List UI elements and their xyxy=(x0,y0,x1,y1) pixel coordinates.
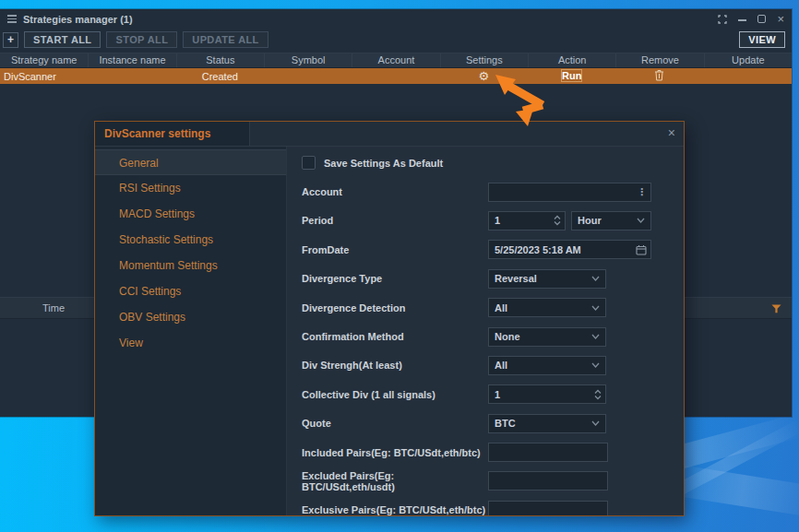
account-label: Account xyxy=(302,186,488,197)
start-all-button[interactable]: START ALL xyxy=(24,31,101,48)
column-header[interactable]: Symbol xyxy=(264,53,352,67)
nav-item-view[interactable]: View xyxy=(95,330,286,356)
strategies-table-header: Strategy name Instance name Status Symbo… xyxy=(0,53,792,68)
column-header[interactable]: Update xyxy=(704,53,792,67)
form-row-exclusive-pairs: Exclusive Pairs(Eg: BTC/USdt,eth/btc) xyxy=(287,496,684,516)
collective-div-input[interactable] xyxy=(488,384,606,404)
chevron-down-icon xyxy=(637,218,645,223)
nav-item-general[interactable]: General xyxy=(95,149,286,175)
nav-item-rsi-settings[interactable]: RSI Settings xyxy=(95,175,286,201)
settings-nav: General RSI Settings MACD Settings Stoch… xyxy=(95,147,287,515)
fromdate-input[interactable] xyxy=(488,240,651,259)
account-browse-icon[interactable]: ⋮ xyxy=(637,187,647,197)
period-stepper-icon[interactable] xyxy=(554,215,561,227)
column-header[interactable]: Account xyxy=(352,53,439,67)
column-header[interactable]: Settings xyxy=(440,53,528,67)
dialog-header[interactable]: DivScanner settings × xyxy=(95,122,684,147)
column-header[interactable]: Status xyxy=(176,53,264,67)
save-default-label: Save Settings As Default xyxy=(324,158,443,169)
collective-div-label: Collective Div (1 all signals) xyxy=(302,389,488,400)
titlebar[interactable]: Strategies manager (1) × xyxy=(0,9,792,29)
fullscreen-icon[interactable] xyxy=(718,15,727,24)
remove-cell xyxy=(615,69,703,83)
included-pairs-label: Included Pairs(Eg: BTC/USdt,eth/btc) xyxy=(302,447,488,458)
divergence-detection-label: Divergence Detection xyxy=(302,302,488,313)
chevron-down-icon xyxy=(591,420,600,426)
time-column-header[interactable]: Time xyxy=(0,302,107,313)
trash-icon[interactable] xyxy=(654,69,664,81)
stop-all-button[interactable]: STOP ALL xyxy=(106,31,177,48)
form-row-excluded-pairs: Excluded Pairs(Eg: BTC/USdt,eth/usdt) xyxy=(287,467,684,495)
nav-item-cci-settings[interactable]: CCI Settings xyxy=(95,278,286,304)
div-strength-select[interactable]: All xyxy=(488,356,606,375)
nav-item-macd-settings[interactable]: MACD Settings xyxy=(95,201,286,227)
excluded-pairs-input[interactable] xyxy=(488,471,608,491)
divergence-detection-select[interactable]: All xyxy=(488,298,606,317)
form-row-fromdate: FromDate xyxy=(287,235,684,264)
quote-select[interactable]: BTC xyxy=(488,414,606,433)
nav-item-momentum-settings[interactable]: Momentum Settings xyxy=(95,253,286,278)
form-row-included-pairs: Included Pairs(Eg: BTC/USdt,eth/btc) xyxy=(287,438,684,467)
toolbar: + START ALL STOP ALL UPDATE ALL VIEW xyxy=(0,29,792,51)
strategy-row[interactable]: DivScanner Created ⚙ Run xyxy=(0,68,792,84)
dialog-close-icon[interactable]: × xyxy=(668,126,675,139)
form-row-divergence-type: Divergence Type Reversal xyxy=(287,265,684,293)
save-default-checkbox[interactable] xyxy=(302,156,316,170)
nav-item-obv-settings[interactable]: OBV Settings xyxy=(95,304,286,330)
dialog-body: General RSI Settings MACD Settings Stoch… xyxy=(95,147,684,515)
run-button[interactable]: Run xyxy=(561,69,582,82)
form-row-save-default: Save Settings As Default xyxy=(287,148,684,177)
column-header[interactable]: Instance name xyxy=(88,53,175,67)
fromdate-label: FromDate xyxy=(302,244,488,255)
view-button[interactable]: VIEW xyxy=(739,31,785,48)
window-title: Strategies manager (1) xyxy=(23,14,133,25)
dialog-title: DivScanner settings xyxy=(104,127,210,140)
hamburger-menu-icon[interactable] xyxy=(7,15,17,23)
column-header[interactable]: Action xyxy=(528,53,615,67)
column-header[interactable]: Strategy name xyxy=(0,53,88,67)
form-row-period: Period Hour xyxy=(287,207,684,235)
div-strength-label: Div Strengh(At least) xyxy=(302,360,488,371)
strategy-name-cell: DivScanner xyxy=(0,71,88,82)
close-icon[interactable]: × xyxy=(777,15,784,24)
confirmation-method-select[interactable]: None xyxy=(488,327,606,347)
form-row-div-strength: Div Strengh(At least) All xyxy=(287,351,684,380)
quote-label: Quote xyxy=(302,418,488,429)
chevron-down-icon xyxy=(591,362,600,368)
form-row-collective-div: Collective Div (1 all signals) xyxy=(287,380,684,408)
excluded-pairs-label: Excluded Pairs(Eg: BTC/USdt,eth/usdt) xyxy=(302,470,488,492)
chevron-down-icon xyxy=(591,305,600,311)
form-row-quote: Quote BTC xyxy=(287,409,684,438)
divergence-type-select[interactable]: Reversal xyxy=(488,269,606,289)
form-row-confirmation-method: Confirmation Method None xyxy=(287,322,684,350)
column-header[interactable]: Remove xyxy=(615,53,703,67)
filter-funnel-icon[interactable] xyxy=(771,304,781,313)
form-row-divergence-detection: Divergence Detection All xyxy=(287,293,684,322)
window-controls: × xyxy=(718,15,784,24)
annotation-arrow xyxy=(475,68,551,129)
add-strategy-button[interactable]: + xyxy=(3,32,18,48)
divscanner-settings-dialog: DivScanner settings × General RSI Settin… xyxy=(94,121,685,516)
included-pairs-input[interactable] xyxy=(488,443,608,462)
dialog-title-cell: DivScanner settings xyxy=(95,122,250,146)
chevron-down-icon xyxy=(591,334,600,339)
chevron-down-icon xyxy=(591,276,600,281)
maximize-icon[interactable] xyxy=(757,15,766,23)
general-settings-form: Save Settings As Default Account ⋮ Perio… xyxy=(287,147,684,515)
confirmation-method-label: Confirmation Method xyxy=(302,331,488,342)
collective-div-stepper-icon[interactable] xyxy=(594,388,602,400)
divergence-type-label: Divergence Type xyxy=(302,273,488,284)
nav-item-stochastic-settings[interactable]: Stochastic Settings xyxy=(95,227,286,253)
status-cell: Created xyxy=(176,71,264,82)
update-all-button[interactable]: UPDATE ALL xyxy=(183,31,268,48)
period-unit-select[interactable]: Hour xyxy=(571,211,651,231)
form-row-account: Account ⋮ xyxy=(287,177,684,206)
period-label: Period xyxy=(302,215,488,226)
minimize-icon[interactable] xyxy=(738,19,746,21)
calendar-icon[interactable] xyxy=(636,244,647,255)
account-input[interactable] xyxy=(488,183,651,202)
exclusive-pairs-label: Exclusive Pairs(Eg: BTC/USdt,eth/btc) xyxy=(302,504,488,515)
exclusive-pairs-input[interactable] xyxy=(488,501,608,516)
